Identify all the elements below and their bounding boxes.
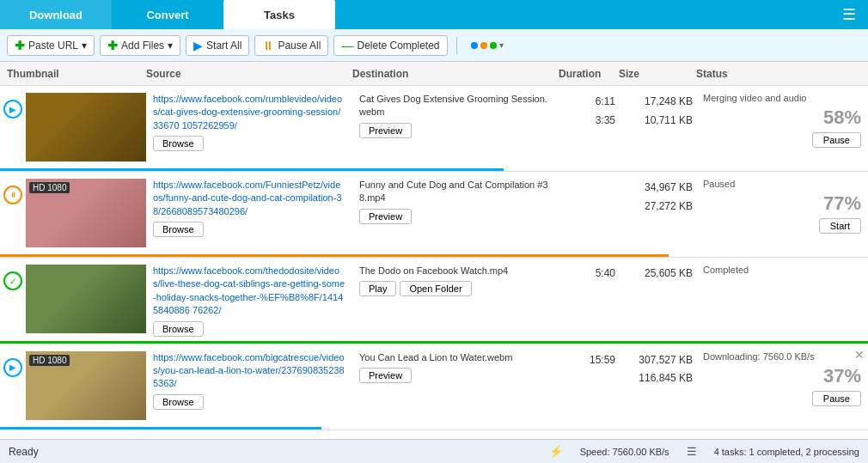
table-row: ⏸ HD 1080 https://www.facebook.com/Funni…	[0, 172, 868, 258]
tab-spacer	[335, 0, 830, 29]
pause-icon: ⏸	[262, 39, 274, 52]
hd-badge-2: HD 1080	[29, 182, 70, 193]
task-2-icon: ⏸	[0, 179, 26, 204]
task-4-filename: You Can Lead a Lion to Water.webm	[359, 351, 552, 364]
task-4-source: https://www.facebook.com/bigcatrescue/vi…	[146, 351, 352, 410]
task-2-filename: Funny and Cute Dog and Cat Compilation #…	[359, 179, 552, 205]
task-4-status-label: Downloading: 7560.0 KB/s	[703, 351, 861, 362]
task-4-size: 307,527 KB 116,845 KB	[619, 351, 696, 388]
task-3-open-folder-button[interactable]: Open Folder	[400, 281, 471, 296]
status-tasks-info: 4 tasks: 1 completed, 2 processing	[714, 447, 859, 457]
table-row: ▶ https://www.facebook.com/rumblevideo/v…	[0, 86, 868, 172]
task-1-destination: Cat Gives Dog Extensive Grooming Session…	[352, 93, 559, 138]
tab-download[interactable]: Download	[0, 0, 112, 29]
status-bar: Ready ⚡ Speed: 7560.00 KB/s ☰ 4 tasks: 1…	[0, 439, 868, 463]
task-4-destination: You Can Lead a Lion to Water.webm Previe…	[352, 351, 559, 383]
start-icon: ▶	[193, 39, 203, 52]
pause-all-button[interactable]: ⏸ Pause All	[254, 35, 328, 56]
task-1-filename: Cat Gives Dog Extensive Grooming Session…	[359, 93, 552, 119]
task-2-status: Paused 77% Start	[696, 179, 868, 234]
add-files-dropdown-icon: ▾	[168, 40, 173, 52]
task-4-pause-button[interactable]: Pause	[812, 391, 861, 406]
task-4-progress-bar	[0, 427, 321, 429]
tab-tasks[interactable]: Tasks	[223, 0, 335, 29]
task-3-progress-bar	[0, 341, 868, 344]
task-1-duration: 6:11 3:35	[559, 93, 619, 130]
task-3-url: https://www.facebook.com/thedodosite/vid…	[153, 265, 345, 318]
thumbnail-3	[26, 265, 146, 333]
task-3-icon: ✓	[0, 265, 26, 290]
task-1-status: Merging video and audio 58% Pause	[696, 93, 868, 148]
task-2-source: https://www.facebook.com/FunniestPetz/vi…	[146, 179, 352, 237]
task-1-status-label: Merging video and audio	[703, 93, 861, 103]
task-2-size: 34,967 KB 27,272 KB	[619, 179, 696, 216]
start-all-button[interactable]: ▶ Start All	[186, 35, 249, 56]
thumbnail-4: HD 1080	[26, 351, 146, 420]
task-2-destination: Funny and Cute Dog and Cat Compilation #…	[352, 179, 559, 224]
play-icon-4: ▶	[3, 358, 22, 377]
task-4-close-button[interactable]: ✕	[854, 348, 865, 362]
plus-icon: ✚	[15, 39, 25, 52]
status-ready: Ready	[9, 446, 532, 458]
task-4-url: https://www.facebook.com/bigcatrescue/vi…	[153, 351, 345, 391]
task-3-status-label: Completed	[703, 265, 861, 275]
dot-orange	[480, 42, 487, 49]
task-4-percent: 37%	[703, 365, 861, 387]
tasks-icon: ☰	[687, 445, 697, 458]
task-3-browse-button[interactable]: Browse	[153, 321, 204, 337]
menu-icon[interactable]: ☰	[830, 0, 868, 29]
task-1-preview-button[interactable]: Preview	[359, 123, 412, 138]
task-3-filename: The Dodo on Facebook Watch.mp4	[359, 265, 552, 277]
task-4-browse-button[interactable]: Browse	[153, 394, 204, 410]
hd-badge-4: HD 1080	[29, 355, 70, 366]
task-3-status: Completed	[696, 265, 868, 278]
header-duration: Duration	[559, 68, 619, 80]
play-icon-1: ▶	[3, 100, 22, 119]
toolbar-separator	[456, 37, 457, 54]
task-1-icon: ▶	[0, 93, 26, 119]
task-2-preview-button[interactable]: Preview	[359, 209, 412, 224]
tab-bar: Download Convert Tasks ☰	[0, 0, 868, 29]
task-2-url: https://www.facebook.com/FunniestPetz/vi…	[153, 179, 345, 218]
task-4-icon: ▶	[0, 351, 26, 377]
table-row: ▶ HD 1080 https://www.facebook.com/bigca…	[0, 344, 868, 430]
task-1-browse-button[interactable]: Browse	[153, 136, 204, 151]
task-2-progress-bar	[0, 254, 669, 257]
toolbar: ✚ Paste URL ▾ ✚ Add Files ▾ ▶ Start All …	[0, 29, 868, 62]
tasks-container: ▶ https://www.facebook.com/rumblevideo/v…	[0, 86, 868, 439]
task-2-browse-button[interactable]: Browse	[153, 222, 204, 237]
thumbnail-1	[26, 93, 146, 161]
task-3-play-button[interactable]: Play	[359, 281, 396, 296]
task-2-status-label: Paused	[703, 179, 861, 189]
task-2-percent: 77%	[703, 192, 861, 215]
add-files-button[interactable]: ✚ Add Files ▾	[100, 35, 180, 56]
task-1-progress-bar	[0, 168, 504, 171]
task-1-url: https://www.facebook.com/rumblevideo/vid…	[153, 93, 345, 132]
table-row: ✓ https://www.facebook.com/thedodosite/v…	[0, 258, 868, 344]
task-1-pause-button[interactable]: Pause	[812, 132, 861, 148]
delete-completed-button[interactable]: — Delete Completed	[333, 35, 447, 56]
dot-green	[490, 42, 497, 49]
task-3-source: https://www.facebook.com/thedodosite/vid…	[146, 265, 352, 337]
pause-icon-2: ⏸	[3, 186, 22, 204]
task-1-source: https://www.facebook.com/rumblevideo/vid…	[146, 93, 352, 151]
more-options-button[interactable]: ▾	[466, 38, 509, 52]
header-thumbnail: Thumbnail	[0, 68, 146, 80]
header-destination: Destination	[352, 68, 559, 80]
task-2-start-button[interactable]: Start	[819, 218, 861, 234]
task-3-size: 25,605 KB	[619, 265, 696, 283]
dot-blue	[471, 42, 478, 49]
task-1-percent: 58%	[703, 107, 861, 129]
table-header: Thumbnail Source Destination Duration Si…	[0, 62, 868, 86]
header-size: Size	[619, 68, 696, 80]
task-4-status: Downloading: 7560.0 KB/s 37% Pause	[696, 351, 868, 406]
header-status: Status	[696, 68, 868, 80]
header-source: Source	[146, 68, 352, 80]
speed-icon: ⚡	[549, 445, 563, 458]
tab-convert[interactable]: Convert	[112, 0, 223, 29]
check-icon-3: ✓	[3, 271, 22, 290]
task-1-size: 17,248 KB 10,711 KB	[619, 93, 696, 130]
paste-url-button[interactable]: ✚ Paste URL ▾	[7, 35, 95, 56]
status-speed: Speed: 7560.00 KB/s	[580, 447, 669, 457]
task-4-preview-button[interactable]: Preview	[359, 368, 412, 383]
